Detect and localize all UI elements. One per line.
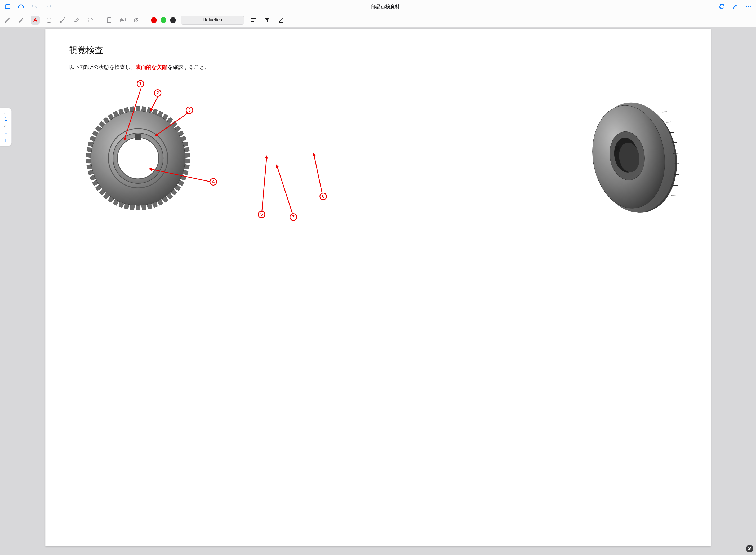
image-tool-icon[interactable]	[119, 16, 128, 25]
figure-area: 1 2 3 4 5 6 7	[69, 79, 687, 227]
page-navigator: ︿ 1 ∕ 1 +	[0, 108, 12, 146]
callout-6: 6	[320, 193, 327, 200]
note-tool-icon[interactable]	[105, 16, 114, 25]
section-text: 以下7箇所の状態を検査し、表面的な欠陥を確認すること。	[69, 63, 687, 71]
shape-tool-icon[interactable]	[45, 16, 53, 25]
callout-7: 7	[289, 213, 297, 221]
callout-3: 3	[186, 106, 193, 114]
svg-line-46	[672, 185, 678, 186]
draw-tools: A	[3, 16, 95, 25]
svg-rect-31	[135, 134, 141, 140]
svg-line-10	[61, 18, 64, 22]
titlebar: 部品点検資料	[0, 0, 756, 13]
page-total: 1	[4, 130, 7, 135]
color-swatch-dark[interactable]	[170, 17, 176, 23]
callout-5: 5	[258, 211, 265, 218]
align-tools	[249, 16, 286, 25]
document-title: 部品点検資料	[56, 3, 715, 10]
pen-tool-icon[interactable]	[3, 16, 12, 25]
svg-point-49	[749, 548, 750, 548]
text-tool-glyph: A	[33, 17, 37, 24]
lasso-tool-icon[interactable]	[86, 16, 95, 25]
font-selector[interactable]: Helvetica	[181, 16, 244, 25]
svg-point-8	[60, 22, 61, 23]
toolbar: A	[0, 13, 756, 27]
paragraph-align-icon[interactable]	[249, 16, 258, 25]
text-highlight: 表面的な欠陥	[136, 64, 168, 70]
svg-line-40	[666, 121, 671, 123]
page-current: 1	[4, 117, 7, 122]
svg-point-19	[136, 19, 138, 21]
titlebar-right	[718, 3, 752, 11]
svg-point-9	[64, 18, 65, 19]
page-prev-icon[interactable]: ︿	[4, 110, 8, 115]
cloud-icon[interactable]	[17, 3, 25, 11]
insert-tools	[105, 16, 141, 25]
edit-icon[interactable]	[731, 3, 739, 11]
work-area[interactable]: ︿ 1 ∕ 1 + 視覚検査 以下7箇所の状態を検査し、表面的な欠陥を確認するこ…	[0, 27, 756, 555]
callout-5-line	[262, 156, 267, 213]
undo-icon[interactable]	[30, 3, 38, 11]
more-icon[interactable]	[744, 3, 752, 11]
text-post: を確認すること。	[168, 64, 210, 70]
callout-6-line	[313, 153, 323, 195]
callout-1: 1	[137, 80, 144, 87]
svg-rect-0	[5, 4, 10, 9]
svg-line-39	[662, 111, 667, 113]
page-add-icon[interactable]: +	[4, 137, 7, 144]
color-swatch-red[interactable]	[151, 17, 157, 23]
font-name: Helvetica	[203, 17, 222, 23]
align-top-icon[interactable]	[263, 16, 272, 25]
accessibility-corner-icon[interactable]	[746, 545, 753, 552]
toolbar-divider-2	[146, 16, 146, 25]
text-tool[interactable]: A	[31, 16, 40, 25]
highlighter-tool-icon[interactable]	[17, 16, 26, 25]
no-border-icon[interactable]	[277, 16, 286, 25]
text-pre: 以下7箇所の状態を検査し、	[69, 64, 136, 70]
svg-point-18	[123, 18, 123, 19]
callout-2: 2	[154, 89, 161, 97]
color-swatches	[151, 17, 176, 23]
svg-line-47	[671, 194, 676, 196]
line-tool-icon[interactable]	[58, 16, 67, 25]
gear-angled-image	[583, 95, 681, 219]
callout-7-line	[276, 165, 293, 215]
eraser-tool-icon[interactable]	[72, 16, 81, 25]
svg-point-30	[117, 137, 159, 179]
section-heading: 視覚検査	[69, 45, 687, 56]
color-swatch-green[interactable]	[160, 17, 167, 23]
svg-point-4	[746, 6, 747, 7]
svg-rect-7	[47, 18, 51, 22]
svg-point-5	[748, 6, 749, 7]
page-canvas[interactable]: 視覚検査 以下7箇所の状態を検査し、表面的な欠陥を確認すること。	[45, 29, 711, 546]
sidebar-toggle-icon[interactable]	[4, 3, 12, 11]
titlebar-left	[4, 3, 53, 11]
svg-line-26	[279, 18, 283, 22]
callout-4: 4	[209, 178, 217, 185]
page-slash: ∕	[4, 124, 7, 128]
svg-point-11	[88, 18, 92, 21]
svg-point-6	[750, 6, 751, 7]
camera-tool-icon[interactable]	[132, 16, 141, 25]
print-icon[interactable]	[718, 3, 726, 11]
redo-icon[interactable]	[45, 3, 53, 11]
